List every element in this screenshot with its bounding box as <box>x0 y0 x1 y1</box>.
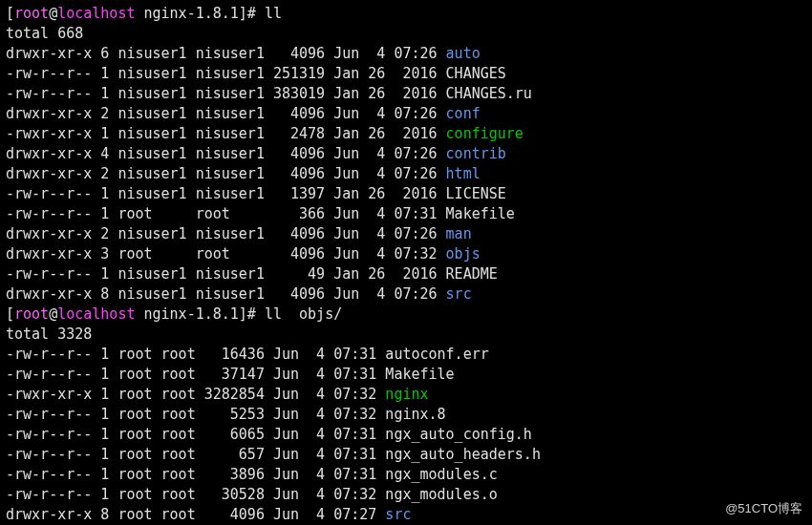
list-row: -rw-r--r-- 1 root root 657 Jun 4 07:31 n… <box>6 446 541 463</box>
list-row: -rw-r--r-- 1 root root 5253 Jun 4 07:32 … <box>6 406 446 423</box>
file-name: ngx_modules.c <box>385 466 497 483</box>
list-row: -rw-r--r-- 1 nisuser1 nisuser1 251319 Ja… <box>6 65 506 82</box>
file-name: configure <box>446 125 524 142</box>
file-name: auto <box>446 45 481 62</box>
prompt-host: localhost <box>57 5 135 22</box>
list-row: drwxr-xr-x 2 nisuser1 nisuser1 4096 Jun … <box>6 225 472 242</box>
file-name: nginx.8 <box>385 406 445 423</box>
prompt-host: localhost <box>57 305 135 323</box>
file-name: ngx_modules.o <box>385 486 497 503</box>
list-row: -rw-r--r-- 1 root root 16436 Jun 4 07:31… <box>6 346 489 363</box>
file-name: nginx <box>385 386 428 403</box>
file-name: Makefile <box>446 205 515 222</box>
total-line: total 668 <box>6 25 83 42</box>
prompt-cwd: nginx-1.8.1 <box>135 305 238 323</box>
prompt-line-1: [root@localhost nginx-1.8.1]# ll <box>6 5 282 22</box>
prompt-line-2: [root@localhost nginx-1.8.1]# ll objs/ <box>6 305 342 323</box>
file-name: CHANGES.ru <box>446 85 532 102</box>
list-row: drwxr-xr-x 6 nisuser1 nisuser1 4096 Jun … <box>6 45 481 62</box>
list-row: -rw-r--r-- 1 nisuser1 nisuser1 383019 Ja… <box>6 85 532 102</box>
file-name: html <box>446 165 481 182</box>
file-name: CHANGES <box>446 65 506 82</box>
total-line: total 3328 <box>6 326 92 343</box>
file-name: ngx_auto_config.h <box>385 426 532 443</box>
list-row: -rw-r--r-- 1 nisuser1 nisuser1 1397 Jan … <box>6 185 506 202</box>
list-row: -rw-r--r-- 1 root root 6065 Jun 4 07:31 … <box>6 426 532 443</box>
terminal-output[interactable]: [root@localhost nginx-1.8.1]# ll total 6… <box>0 0 812 525</box>
typed-command: ll objs/ <box>265 305 342 323</box>
list-row: -rw-r--r-- 1 root root 366 Jun 4 07:31 M… <box>6 205 515 222</box>
list-row: -rw-r--r-- 1 root root 3896 Jun 4 07:31 … <box>6 466 498 483</box>
list-row: -rw-r--r-- 1 root root 30528 Jun 4 07:32… <box>6 486 498 503</box>
prompt-cwd: nginx-1.8.1 <box>135 5 238 22</box>
list-row: drwxr-xr-x 2 nisuser1 nisuser1 4096 Jun … <box>6 165 481 182</box>
watermark-text: @51CTO博客 <box>725 500 802 517</box>
file-name: README <box>446 265 498 283</box>
list-row: drwxr-xr-x 8 root root 4096 Jun 4 07:27 … <box>6 506 411 523</box>
file-name: LICENSE <box>446 185 506 202</box>
file-name: conf <box>446 105 481 122</box>
list-row: -rw-r--r-- 1 nisuser1 nisuser1 49 Jan 26… <box>6 265 498 283</box>
file-name: contrib <box>446 145 506 162</box>
file-name: src <box>446 285 472 303</box>
list-row: drwxr-xr-x 2 nisuser1 nisuser1 4096 Jun … <box>6 105 481 122</box>
list-row: drwxr-xr-x 8 nisuser1 nisuser1 4096 Jun … <box>6 285 472 303</box>
list-row: drwxr-xr-x 4 nisuser1 nisuser1 4096 Jun … <box>6 145 506 162</box>
list-row: -rwxr-xr-x 1 root root 3282854 Jun 4 07:… <box>6 386 429 403</box>
list-row: drwxr-xr-x 3 root root 4096 Jun 4 07:32 … <box>6 245 481 262</box>
typed-command: ll <box>265 5 282 22</box>
list-row: -rw-r--r-- 1 root root 37147 Jun 4 07:31… <box>6 366 455 383</box>
file-name: Makefile <box>385 366 454 383</box>
file-name: autoconf.err <box>385 346 488 363</box>
list-row: -rwxr-xr-x 1 nisuser1 nisuser1 2478 Jan … <box>6 125 524 142</box>
file-name: ngx_auto_headers.h <box>385 446 541 463</box>
file-name: objs <box>446 245 481 262</box>
file-name: man <box>446 225 472 242</box>
prompt-user: root <box>14 305 49 323</box>
file-name: src <box>385 506 411 523</box>
prompt-user: root <box>14 5 49 22</box>
